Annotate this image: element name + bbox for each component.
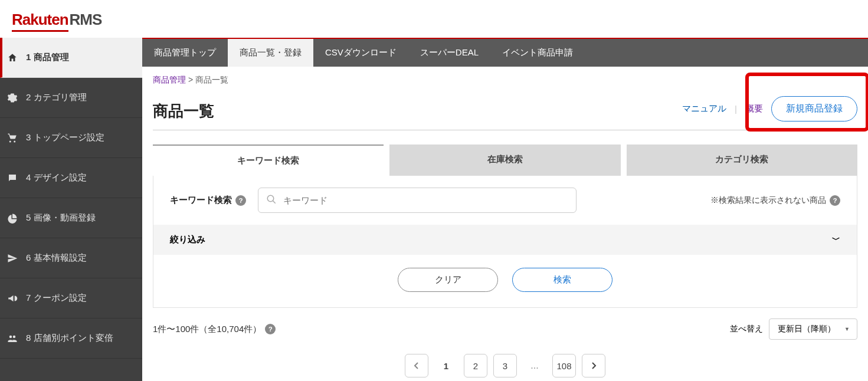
sidebar-item-categories[interactable]: 2 カテゴリ管理 — [0, 78, 142, 118]
breadcrumb-current: 商品一覧 — [195, 75, 228, 84]
topnav-item-list[interactable]: 商品一覧・登録 — [228, 39, 313, 67]
breadcrumb-parent[interactable]: 商品管理 — [153, 75, 186, 84]
chevron-down-icon: ﹀ — [832, 235, 840, 245]
search-label: キーワード検索 ? — [170, 195, 246, 206]
sidebar-item-label: 4 デザイン設定 — [26, 172, 87, 183]
svg-line-1 — [273, 201, 276, 203]
pie-chart-icon — [7, 213, 19, 224]
sidebar-item-products[interactable]: 1 商品管理 — [0, 38, 142, 78]
home-icon — [7, 52, 19, 63]
megaphone-icon — [7, 293, 19, 304]
sidebar-item-settings[interactable]: 6 基本情報設定 — [0, 238, 142, 278]
brand-name-2: RMS — [70, 11, 102, 29]
sidebar-item-label: 1 商品管理 — [26, 52, 69, 63]
clear-button[interactable]: クリア — [398, 268, 498, 292]
result-count: 1件〜100件（全10,704件） ? — [153, 324, 276, 335]
search-button[interactable]: 検索 — [512, 268, 612, 292]
sidebar-item-design[interactable]: 4 デザイン設定 — [0, 158, 142, 198]
sidebar-item-label: 6 基本情報設定 — [26, 252, 87, 264]
filter-accordion[interactable]: 絞り込み ﹀ — [153, 225, 857, 255]
svg-point-0 — [267, 195, 274, 202]
sidebar-item-toppage[interactable]: 3 トップページ設定 — [0, 118, 142, 158]
page-3[interactable]: 3 — [493, 354, 517, 377]
sidebar: 1 商品管理 2 カテゴリ管理 3 トップページ設定 4 デザイン設定 5 画像… — [0, 38, 142, 381]
topnav-item-deal[interactable]: スーパーDEAL — [408, 39, 490, 67]
sidebar-item-media[interactable]: 5 画像・動画登録 — [0, 198, 142, 238]
paper-plane-icon — [7, 253, 19, 264]
help-icon[interactable]: ? — [830, 195, 840, 206]
sort-label: 並べ替え — [730, 324, 763, 334]
topnav-item-event[interactable]: イベント商品申請 — [490, 39, 585, 67]
filter-label: 絞り込み — [170, 234, 205, 245]
page-2[interactable]: 2 — [464, 354, 487, 377]
new-product-button[interactable]: 新規商品登録 — [771, 96, 857, 121]
sidebar-item-label: 5 画像・動画登録 — [26, 212, 96, 224]
page-1: 1 — [434, 354, 458, 377]
search-tab-keyword[interactable]: キーワード検索 — [153, 144, 384, 176]
sort-select[interactable]: 更新日（降順） — [769, 318, 857, 340]
topnav-item-csv[interactable]: CSVダウンロード — [313, 39, 408, 67]
topnav-item-home[interactable]: 商品管理トップ — [142, 39, 228, 67]
search-icon — [266, 194, 277, 207]
page-ellipsis: ... — [523, 360, 546, 371]
users-icon — [7, 333, 19, 344]
cart-icon — [7, 133, 19, 143]
comment-icon — [7, 173, 19, 183]
gear-icon — [7, 93, 19, 103]
breadcrumb: 商品管理 > 商品一覧 — [153, 75, 857, 86]
search-tab-stock[interactable]: 在庫検索 — [389, 144, 620, 176]
page-title: 商品一覧 — [153, 101, 214, 121]
pagination: 1 2 3 ... 108 — [153, 354, 857, 377]
page-next[interactable] — [582, 354, 605, 377]
page-last[interactable]: 108 — [552, 354, 576, 377]
sidebar-item-points[interactable]: 8 店舗別ポイント変倍 — [0, 318, 142, 359]
link-outline[interactable]: 概要 — [745, 103, 763, 114]
sidebar-item-label: 7 クーポン設定 — [26, 293, 87, 304]
brand-logo: Rakuten RMS — [12, 11, 856, 32]
keyword-search-input[interactable] — [258, 188, 577, 213]
search-note: ※検索結果に表示されない商品 ? — [710, 195, 840, 206]
brand-name-1: Rakuten — [12, 11, 68, 32]
sidebar-item-label: 3 トップページ設定 — [26, 132, 104, 143]
sidebar-item-label: 2 カテゴリ管理 — [26, 92, 87, 103]
search-tab-category[interactable]: カテゴリ検索 — [627, 144, 857, 176]
link-manual[interactable]: マニュアル — [682, 103, 726, 114]
sidebar-item-label: 8 店舗別ポイント変倍 — [26, 333, 113, 344]
top-nav: 商品管理トップ 商品一覧・登録 CSVダウンロード スーパーDEAL イベント商… — [142, 38, 868, 67]
sidebar-item-coupon[interactable]: 7 クーポン設定 — [0, 278, 142, 318]
help-icon[interactable]: ? — [265, 324, 276, 334]
page-prev[interactable] — [405, 354, 428, 377]
help-icon[interactable]: ? — [235, 195, 246, 206]
